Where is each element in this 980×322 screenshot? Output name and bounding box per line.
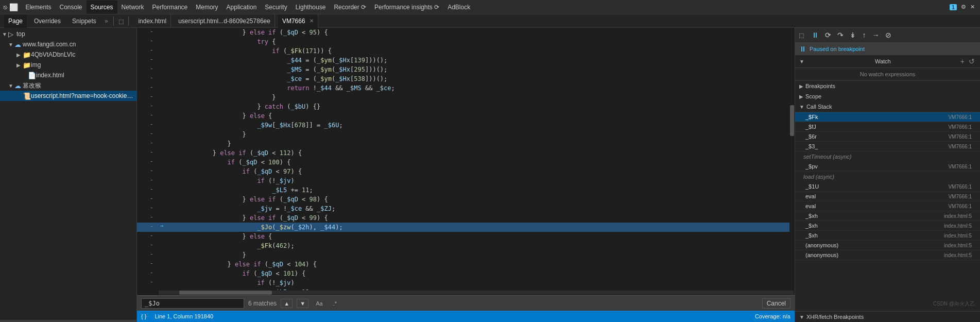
code-row-1: - } else if (_$qD < 95) {: [137, 28, 789, 37]
search-cancel-btn[interactable]: Cancel: [762, 298, 790, 309]
callstack-item-spv[interactable]: _$pv VM7666:1: [795, 162, 980, 172]
sidebar-bottom-resizer[interactable]: [0, 320, 136, 322]
horiz-scroll-thumb[interactable]: [179, 291, 272, 295]
watch-refresh-btn[interactable]: ↺: [968, 57, 976, 65]
watch-header[interactable]: ▼ Watch + ↺: [795, 55, 980, 68]
callstack-fn-eval2: eval: [805, 203, 816, 209]
xhr-bp-header[interactable]: ▼ XHR/fetch Breakpoints: [795, 311, 980, 322]
line-arrow: [158, 176, 166, 185]
line-arrow: [158, 121, 166, 130]
dbg-step-btn[interactable]: ↑: [860, 30, 868, 40]
line-num: -: [137, 83, 158, 93]
scope-header[interactable]: ▶ Scope: [795, 91, 980, 101]
callstack-item-sxh2[interactable]: _$xh index.html:5: [795, 221, 980, 231]
callstack-item-eval1[interactable]: eval VM7666:1: [795, 192, 980, 201]
subtab-overrides[interactable]: Overrides: [30, 14, 65, 28]
file-tab-vm7666[interactable]: VM7666 ✕: [278, 14, 318, 28]
code-row-6: - _$ce = (_$ym(_$Hx[538]))();: [137, 74, 789, 83]
tab-recorder[interactable]: Recorder ⟳: [330, 1, 370, 14]
tree-item-img[interactable]: ▶ 📁 img: [0, 60, 136, 70]
callstack-async-settimeout: setTimeout (async): [795, 151, 980, 162]
tab-network[interactable]: Network: [117, 1, 148, 14]
dbg-step-over-btn[interactable]: ⟳: [823, 30, 833, 40]
code-line: if (_$qD < 97) {: [166, 167, 789, 176]
tab-adblock[interactable]: AdBlock: [443, 1, 474, 14]
search-bar: 6 matches ▲ ▼ Aa .* Cancel: [137, 295, 795, 311]
callstack-item-s3[interactable]: _$3_ VM7666:1: [795, 142, 980, 151]
tab-perf-insights[interactable]: Performance insights ⟳: [370, 1, 443, 14]
file-tab-userscript[interactable]: userscript.html...d-8609e25786ee: [174, 14, 275, 28]
code-row-17: - if (!_$jv): [137, 176, 789, 185]
line-arrow: [158, 167, 166, 176]
tree-item-userscript[interactable]: ▶ 📜 userscript.html?name=hook-cookie.use…: [0, 91, 136, 101]
file-tab-index[interactable]: index.html: [134, 14, 171, 28]
inspect-icon[interactable]: ⎋: [3, 3, 7, 11]
vert-scroll-thumb[interactable]: [790, 105, 794, 136]
code-with-scrollbar: - } else if (_$qD < 95) { - try {: [137, 28, 795, 290]
tab-memory[interactable]: Memory: [192, 1, 222, 14]
tab-performance[interactable]: Performance: [148, 1, 192, 14]
search-next-btn[interactable]: ▼: [297, 299, 308, 308]
dbg-step-into-btn[interactable]: ↷: [835, 30, 846, 40]
line-arrow: [158, 241, 166, 250]
callstack-item-eval2[interactable]: eval VM7666:1: [795, 201, 980, 211]
line-num: -: [137, 139, 158, 148]
layout-icon[interactable]: ⬚: [119, 17, 123, 25]
tab-security[interactable]: Security: [261, 1, 291, 14]
tab-console[interactable]: Console: [55, 1, 86, 14]
tab-close-vm7666[interactable]: ✕: [310, 18, 314, 24]
device-icon[interactable]: ⬜: [9, 3, 18, 11]
right-panel-scroll[interactable]: ▼ Watch + ↺ No watch expressions ▶ Break…: [795, 55, 980, 322]
callstack-item-s1u[interactable]: _$1U VM7666:1: [795, 182, 980, 192]
subtab-page[interactable]: Page: [4, 14, 27, 28]
panel-layout-icon[interactable]: ⬚: [799, 31, 803, 39]
tab-lighthouse[interactable]: Lighthouse: [291, 1, 330, 14]
tab-elements[interactable]: Elements: [21, 1, 55, 14]
watch-add-btn[interactable]: +: [959, 57, 966, 65]
status-position: Line 1, Column 191840: [154, 313, 213, 319]
tree-item-domain[interactable]: ▼ ☁ www.fangdi.com.cn: [0, 39, 136, 49]
callstack-item-sxh3[interactable]: _$xh index.html:5: [795, 231, 980, 241]
tree-label-top: top: [16, 30, 25, 38]
callstack-item-sfj[interactable]: _$fJ VM7666:1: [795, 122, 980, 132]
line-num: -: [137, 287, 158, 290]
dbg-exceptions-btn[interactable]: ⊘: [883, 30, 893, 40]
search-input[interactable]: [141, 298, 244, 309]
callstack-item-anon2[interactable]: (anonymous) index.html:5: [795, 250, 980, 260]
call-stack-header[interactable]: ▼ Call Stack: [795, 101, 980, 112]
tree-item-indexhtml[interactable]: ▶ 📄 index.html: [0, 70, 136, 80]
callstack-item-sfk[interactable]: _$Fk VM7666:1: [795, 112, 980, 122]
close-icon[interactable]: ✕: [970, 4, 975, 10]
code-row-8: - }: [137, 93, 789, 102]
dbg-pause-btn[interactable]: ⏸: [810, 30, 821, 40]
vertical-scrollbar[interactable]: [789, 28, 795, 290]
search-prev-btn[interactable]: ▲: [281, 299, 293, 308]
breakpoints-header[interactable]: ▶ Breakpoints: [795, 81, 980, 91]
callstack-item-sxh1[interactable]: _$xh index.html:5: [795, 211, 980, 221]
search-case-btn[interactable]: Aa: [313, 299, 325, 308]
tree-item-folder1[interactable]: ▶ 📁 4QbVtADbnLVlc: [0, 49, 136, 60]
cloud-icon: ☁: [14, 41, 23, 48]
callstack-fn-anon1: (anonymous): [805, 242, 838, 248]
more-tabs-icon[interactable]: »: [105, 18, 108, 25]
tree-item-top[interactable]: ▼ ▷ top: [0, 29, 136, 39]
subtab-snippets[interactable]: Snippets: [68, 14, 100, 28]
settings-icon[interactable]: ⚙: [961, 4, 966, 10]
callstack-fn-sxh1: _$xh: [805, 213, 818, 219]
dbg-deactivate-btn[interactable]: →: [870, 30, 881, 40]
tab-application[interactable]: Application: [222, 1, 261, 14]
tree-item-tampermonkey[interactable]: ▼ ☁ 篡改猴: [0, 80, 136, 91]
horizontal-scrollbar[interactable]: [137, 290, 795, 295]
dbg-step-out-btn[interactable]: ↡: [848, 30, 858, 40]
callstack-item-s6r[interactable]: _$6r VM7666:1: [795, 132, 980, 142]
tab-sources[interactable]: Sources: [87, 1, 117, 14]
status-braces-icon[interactable]: { }: [141, 313, 146, 319]
callstack-item-anon1[interactable]: (anonymous) index.html:5: [795, 241, 980, 250]
debugger-toolbar: ⬚ ⏸ ⟳ ↷ ↡ ↑ → ⊘: [795, 28, 980, 43]
horiz-scroll-track[interactable]: [159, 291, 794, 295]
line-num: -: [137, 204, 158, 213]
search-regex-btn[interactable]: .*: [330, 299, 340, 308]
line-num: -: [137, 93, 158, 102]
code-scroll-area[interactable]: - } else if (_$qD < 95) { - try {: [137, 28, 789, 290]
line-arrow: [158, 139, 166, 148]
